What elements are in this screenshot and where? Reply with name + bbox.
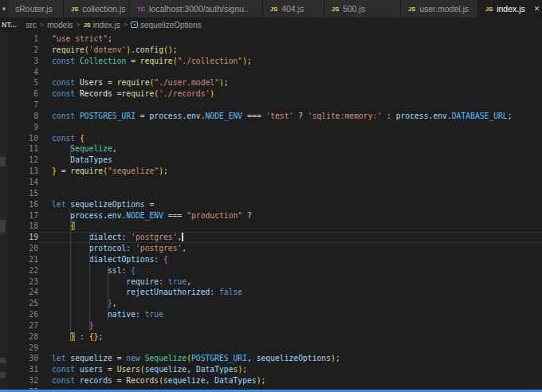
code-token: : (159, 277, 168, 286)
tab-404-js[interactable]: JS404.js (263, 0, 324, 18)
tab-srouter-js[interactable]: sRouter.js (8, 0, 64, 18)
line-number[interactable]: 1 (0, 33, 38, 45)
breadcrumb-item-index-js[interactable]: JSindex.js (84, 21, 120, 29)
code-token: Records (80, 89, 112, 98)
code-token: records (80, 376, 112, 385)
code-line-16[interactable]: 16let sequelizeOptions = (0, 199, 542, 210)
code-line-5[interactable]: 5const Users = require("./user.model"); (0, 77, 542, 88)
code-line-31[interactable]: 31const users = Users(sequelize, DataTyp… (0, 364, 542, 375)
tab-label: localhost:3000/auth/signu.. (149, 4, 249, 14)
code-line-7[interactable]: 7 (0, 100, 542, 111)
tab-label: index.js (497, 4, 525, 14)
code-line-8[interactable]: 8const POSTGRES_URI = process.env.NODE_E… (0, 111, 542, 122)
tab-index-js[interactable]: JSindex.js✕ (478, 0, 542, 18)
code-line-28[interactable]: 28 } : {}; (0, 331, 542, 343)
code-line-6[interactable]: 6const Records =require('./records') (0, 88, 542, 100)
line-number[interactable]: 31 (0, 364, 38, 375)
code-line-20[interactable]: 20 protocol: 'postgres', (0, 243, 542, 254)
tab-bar: sRouter.jsJScollection.jsTClocalhost:300… (0, 0, 542, 18)
code-token: : (126, 244, 136, 253)
code-line-3[interactable]: 3const Collection = require("./collectio… (0, 56, 542, 67)
cut-off-tab[interactable] (0, 0, 8, 18)
code-line-14[interactable]: 14 (0, 177, 542, 188)
line-number[interactable]: 32 (0, 375, 38, 386)
line-number[interactable]: 11 (0, 143, 38, 155)
line-number[interactable]: 30 (0, 353, 38, 364)
line-number[interactable]: 7 (0, 100, 38, 111)
line-number[interactable]: 19 (0, 232, 38, 243)
tab-collection-js[interactable]: JScollection.js (64, 0, 130, 18)
breadcrumb-item-models[interactable]: models (47, 21, 73, 29)
line-number[interactable]: 8 (0, 111, 38, 122)
line-number[interactable]: 16 (0, 199, 38, 210)
code-token: const (52, 376, 75, 385)
code-token: ; (247, 57, 252, 65)
code-token: , (187, 365, 196, 374)
code-token: { (80, 134, 84, 143)
breadcrumb-item-sequelizeoptions[interactable]: sequelizeOptions (131, 21, 202, 29)
code-line-17[interactable]: 17 process.env.NODE_ENV === "production"… (0, 210, 542, 221)
code-line-18[interactable]: 18 { (0, 221, 542, 232)
line-number[interactable]: 20 (0, 243, 38, 254)
code-area[interactable]: 1"use strict";2require('dotenv').config(… (0, 32, 542, 392)
code-line-15[interactable]: 15 (0, 188, 542, 199)
line-number[interactable]: 17 (0, 210, 38, 221)
code-line-22[interactable]: 22 ssl: { (0, 265, 542, 276)
tab-user-model-js[interactable]: JSuser.model.js (401, 0, 478, 18)
code-line-11[interactable]: 11 Sequelize, (0, 143, 542, 155)
code-line-29[interactable]: 29 (0, 343, 542, 354)
line-number[interactable]: 27 (0, 320, 38, 331)
line-number[interactable]: 6 (0, 88, 38, 100)
line-number[interactable]: 4 (0, 67, 38, 78)
code-token: const (52, 57, 75, 65)
code-token (52, 221, 70, 230)
code-line-24[interactable]: 24 rejectUnauthorized: false (0, 287, 542, 298)
line-number[interactable]: 22 (0, 265, 38, 276)
close-icon[interactable]: ✕ (529, 5, 540, 13)
code-line-30[interactable]: 30let sequelize = new Sequelize(POSTGRES… (0, 353, 542, 364)
line-number[interactable]: 13 (0, 166, 38, 177)
tab-500-js[interactable]: JS500.js (324, 0, 401, 18)
code-line-13[interactable]: 13} = require("sequelize"); (0, 166, 542, 177)
code-token: = (112, 376, 127, 385)
line-number[interactable]: 14 (0, 177, 38, 188)
code-line-4[interactable]: 4 (0, 67, 542, 78)
line-number[interactable]: 9 (0, 122, 38, 133)
code-line-12[interactable]: 12 DataTypes (0, 155, 542, 166)
code-token: const (52, 365, 75, 374)
code-token: = (57, 167, 71, 175)
line-number[interactable]: 10 (0, 133, 38, 144)
line-content: }, (38, 298, 542, 309)
line-number[interactable]: 23 (0, 276, 38, 288)
code-line-27[interactable]: 27 } (0, 320, 542, 331)
code-line-1[interactable]: 1"use strict"; (0, 33, 542, 45)
tab-localhost-3000-auth-signu[interactable]: TClocalhost:3000/auth/signu.. (130, 0, 263, 18)
line-number[interactable]: 12 (0, 155, 38, 166)
code-line-21[interactable]: 21 dialectOptions: { (0, 254, 542, 265)
line-number[interactable]: 18 (0, 221, 38, 232)
line-number[interactable]: 5 (0, 77, 38, 88)
code-token: : (210, 288, 219, 296)
breadcrumb-item-src[interactable]: src (26, 21, 37, 29)
editor[interactable]: 1"use strict";2require('dotenv').config(… (0, 32, 542, 392)
line-number[interactable]: 15 (0, 188, 38, 199)
code-line-9[interactable]: 9 (0, 122, 542, 133)
code-token: env (108, 211, 122, 220)
code-line-25[interactable]: 25 }, (0, 298, 542, 309)
line-number[interactable]: 21 (0, 254, 38, 265)
line-number[interactable]: 28 (0, 331, 38, 343)
line-number[interactable]: 25 (0, 298, 38, 309)
code-line-32[interactable]: 32const records = Records(sequelize, Dat… (0, 375, 542, 386)
line-number[interactable]: 2 (0, 45, 38, 56)
line-number[interactable]: 29 (0, 343, 38, 354)
line-number[interactable]: 24 (0, 287, 38, 298)
code-line-23[interactable]: 23 require: true, (0, 276, 542, 288)
code-line-2[interactable]: 2require('dotenv').config(); (0, 45, 542, 56)
line-number[interactable]: 26 (0, 309, 38, 320)
code-line-26[interactable]: 26 native: true (0, 309, 542, 320)
tc-file-icon: TC (137, 6, 145, 13)
code-line-10[interactable]: 10const { (0, 133, 542, 144)
code-line-19[interactable]: 19 dialect: 'postgres', (0, 232, 542, 243)
line-number[interactable]: 3 (0, 56, 38, 67)
line-content: let sequelize = new Sequelize(POSTGRES_U… (38, 353, 542, 364)
